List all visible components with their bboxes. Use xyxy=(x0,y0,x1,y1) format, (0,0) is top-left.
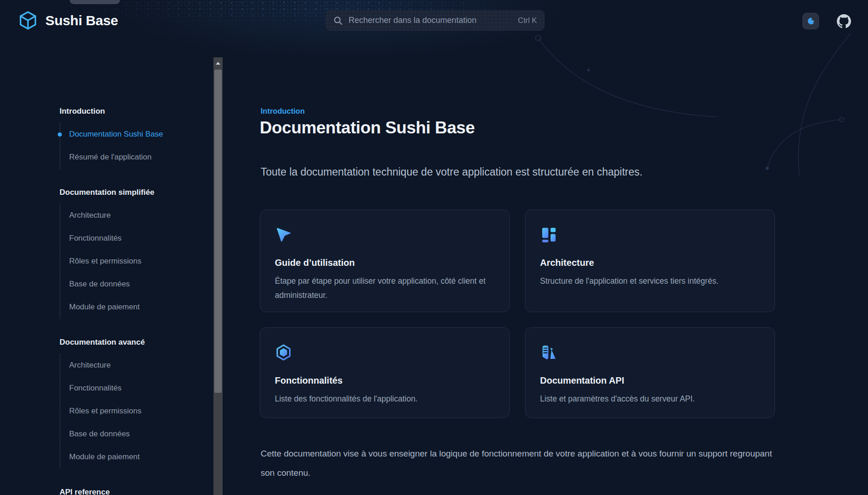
card-fonctionnalites[interactable]: Fonctionnalités Liste des fonctionnalité… xyxy=(260,327,510,418)
card-description: Liste des fonctionnalités de l'applicati… xyxy=(275,392,495,406)
search-icon xyxy=(333,16,343,25)
brand-home-link[interactable]: Sushi Base xyxy=(17,10,118,31)
brand-logo-icon xyxy=(17,10,38,31)
card-title: Architecture xyxy=(540,258,760,268)
search-box[interactable]: Ctrl K xyxy=(326,10,545,31)
chapter-cards-grid: Guide d’utilisation Étape par étape pour… xyxy=(260,209,775,418)
blocks-icon xyxy=(540,226,557,243)
brand-name: Sushi Base xyxy=(45,13,118,28)
breadcrumb-category: Introduction xyxy=(261,107,305,116)
sidebar-item-module-paiement-avance[interactable]: Module de paiement xyxy=(60,446,197,468)
sidebar-item-fonctionnalites-avance[interactable]: Fonctionnalités xyxy=(60,377,197,400)
sidebar-item-base-de-donnees-avance[interactable]: Base de données xyxy=(60,423,197,446)
sidebar-section-api-reference: API reference xyxy=(41,481,197,495)
sidebar-item-resume-application[interactable]: Résumé de l'application xyxy=(60,146,197,169)
github-icon xyxy=(837,14,851,28)
card-description: Structure de l'application et services t… xyxy=(540,274,760,288)
theme-toggle-button[interactable] xyxy=(802,13,819,29)
page-title: Documentation Sushi Base xyxy=(260,118,475,138)
sidebar-section-title: Introduction xyxy=(41,100,197,123)
sidebar-item-architecture[interactable]: Architecture xyxy=(60,204,197,227)
sidebar-item-roles-permissions-avance[interactable]: Rôles et permissions xyxy=(60,400,197,423)
header-actions xyxy=(802,13,851,29)
api-doc-icon xyxy=(540,344,557,361)
scrollbar-thumb[interactable] xyxy=(214,70,222,393)
circuit-decoration xyxy=(520,25,868,176)
sidebar-item-module-paiement[interactable]: Module de paiement xyxy=(60,296,197,319)
sidebar-item-base-de-donnees[interactable]: Base de données xyxy=(60,273,197,296)
window-pill-decoration xyxy=(70,0,120,4)
card-title: Documentation API xyxy=(540,375,760,386)
lead-paragraph: Toute la documentation technique de votr… xyxy=(261,166,643,178)
docs-page: Sushi Base Ctrl K Introduction xyxy=(0,0,868,495)
hexagon-icon xyxy=(275,344,292,361)
sidebar-item-architecture-avance[interactable]: Architecture xyxy=(60,354,197,377)
search-input[interactable] xyxy=(348,15,513,26)
sidebar-section-doc-simplifiee: Documentation simplifiée Architecture Fo… xyxy=(41,181,197,319)
moon-icon xyxy=(806,16,815,26)
sidebar-section-title: Documentation simplifiée xyxy=(41,181,197,204)
sidebar-section-title: Documentation avancé xyxy=(41,331,197,354)
github-button[interactable] xyxy=(836,14,851,28)
card-title: Fonctionnalités xyxy=(275,375,495,386)
closing-paragraph: Cette documentation vise à vous enseigne… xyxy=(261,444,776,483)
sidebar-item-roles-permissions[interactable]: Rôles et permissions xyxy=(60,250,197,273)
card-description: Liste et paramètres d'accès du serveur A… xyxy=(540,392,760,406)
sidebar-item-fonctionnalites[interactable]: Fonctionnalités xyxy=(60,227,197,250)
scroll-up-arrow-icon xyxy=(216,62,220,65)
sidebar-nav: Introduction Documentation Sushi Base Ré… xyxy=(41,100,197,495)
sidebar-section-introduction: Introduction Documentation Sushi Base Ré… xyxy=(41,100,197,169)
search-shortcut: Ctrl K xyxy=(518,16,537,25)
sidebar-scrollbar[interactable] xyxy=(213,57,223,495)
sidebar-section-doc-avance: Documentation avancé Architecture Foncti… xyxy=(41,331,197,468)
sidebar-section-title: API reference xyxy=(41,481,197,495)
active-item-marker xyxy=(58,132,62,137)
card-documentation-api[interactable]: Documentation API Liste et paramètres d'… xyxy=(525,327,775,418)
card-guide-utilisation[interactable]: Guide d’utilisation Étape par étape pour… xyxy=(260,209,510,312)
card-title: Guide d’utilisation xyxy=(275,258,495,268)
sidebar-item-documentation-sushi-base[interactable]: Documentation Sushi Base xyxy=(60,123,197,146)
card-description: Étape par étape pour utiliser votre appl… xyxy=(275,274,495,302)
card-architecture[interactable]: Architecture Structure de l'application … xyxy=(525,209,775,312)
cursor-icon xyxy=(275,226,292,243)
